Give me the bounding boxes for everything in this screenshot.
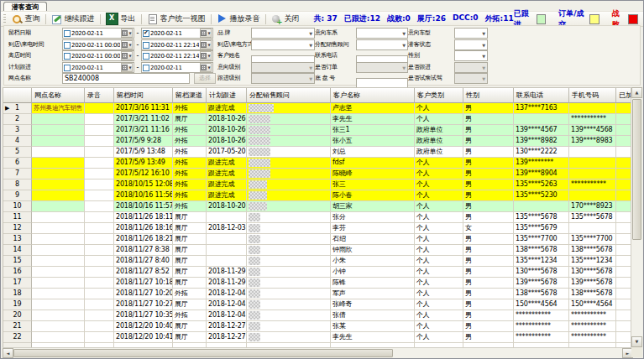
checkbox[interactable] <box>143 42 149 49</box>
filter-b-row4-select[interactable] <box>251 62 315 73</box>
cell-channel[interactable]: 外拓 <box>173 310 207 321</box>
cell-time[interactable]: 2017/5/9 9:28 <box>114 136 173 147</box>
checkbox[interactable] <box>64 65 71 71</box>
cell-name[interactable]: 陈晓峰 <box>331 169 415 180</box>
cell-channel[interactable]: 展厅 <box>173 114 207 125</box>
vertical-scrollbar[interactable] <box>631 87 642 347</box>
cell-channel[interactable]: 外拓 <box>173 158 207 169</box>
row-header[interactable]: 18 <box>3 289 32 299</box>
cell-consultant[interactable] <box>247 103 331 114</box>
column-header-cat[interactable]: 客户类别 <box>415 88 463 103</box>
cell-cat[interactable]: 个人 <box>415 190 463 201</box>
cell-phone[interactable]: 135****5679 <box>514 223 569 234</box>
toolbar-button-3[interactable]: 导出 <box>103 12 139 26</box>
cell-outlet[interactable] <box>32 223 85 234</box>
filter-b-row5-select[interactable] <box>251 73 315 84</box>
cell-name[interactable]: 张分 <box>331 212 415 223</box>
row-header[interactable]: 11 <box>3 212 32 223</box>
cell-time[interactable]: 2018/11/27 10:20 <box>114 289 173 299</box>
cell-phone[interactable] <box>514 114 569 125</box>
cell-outlet[interactable] <box>32 180 85 190</box>
cell-time[interactable]: 2018/11/26 18:11 <box>114 212 173 223</box>
cell-cat[interactable]: 政府单位 <box>415 147 463 158</box>
cell-outlet[interactable] <box>32 147 85 158</box>
cell-name[interactable]: 李芬 <box>331 223 415 234</box>
cell-gender[interactable]: 女 <box>463 223 514 234</box>
cell-channel[interactable]: 外拓 <box>173 103 207 114</box>
cell-mobile[interactable]: *********** <box>569 114 616 125</box>
row-header[interactable]: 20 <box>3 310 32 321</box>
cell-time[interactable]: 2018/12/20 10:40 <box>114 321 173 332</box>
filter-c-row2-select[interactable] <box>356 39 408 50</box>
cell-time[interactable]: 2018/11/26 18:16 <box>114 223 173 234</box>
vertical-scroll-thumb[interactable] <box>632 99 641 240</box>
cell-name[interactable]: 陈锋 <box>331 278 415 289</box>
cell-cat[interactable]: 个人 <box>415 212 463 223</box>
cell-plan[interactable]: 2018-12-04 <box>207 299 247 310</box>
cell-consultant[interactable] <box>247 256 331 267</box>
cell-mobile[interactable]: 138****5678 <box>569 289 616 299</box>
cell-plan[interactable] <box>207 212 247 223</box>
column-header-outlet[interactable]: 网点名称 <box>32 88 85 103</box>
calendar-dropdown-icon[interactable] <box>121 63 133 72</box>
toolbar-button-1[interactable]: 查询 <box>9 13 43 25</box>
cell-record[interactable] <box>85 212 114 223</box>
cell-cat[interactable]: 个人 <box>415 180 463 190</box>
row-header[interactable]: 14 <box>3 245 32 256</box>
cell-mobile[interactable]: *********** <box>569 332 616 343</box>
cell-phone[interactable]: 135****5230 <box>514 190 569 201</box>
cell-mobile[interactable] <box>569 147 616 158</box>
cell-gender[interactable]: 男 <box>463 136 514 147</box>
cell-mobile[interactable]: 150****4564 <box>569 299 616 310</box>
checkbox[interactable] <box>64 30 71 37</box>
cell-plan[interactable]: 跟进完成 <box>207 169 247 180</box>
cell-cat[interactable]: 个人 <box>415 289 463 299</box>
filter-c-row4-select[interactable] <box>356 62 408 73</box>
grid-corner-cell[interactable] <box>3 88 32 103</box>
cell-time[interactable]: 2018/11/27 10:18 <box>114 278 173 289</box>
cell-record[interactable] <box>85 158 114 169</box>
cell-mobile[interactable]: 135****1234 <box>569 256 616 267</box>
cell-cat[interactable]: 个人 <box>415 158 463 169</box>
filter-d-row2-select[interactable] <box>454 39 488 50</box>
cell-plan[interactable]: 跟进完成 <box>207 190 247 201</box>
cell-outlet[interactable] <box>32 245 85 256</box>
cell-phone[interactable]: 139****8904 <box>514 169 569 180</box>
cell-name[interactable]: 卢志坚 <box>331 103 415 114</box>
cell-gender[interactable]: 男 <box>463 212 514 223</box>
cell-cat[interactable]: 个人 <box>415 310 463 321</box>
cell-mobile[interactable]: *********** <box>569 180 616 190</box>
calendar-dropdown-icon[interactable] <box>121 51 133 60</box>
checkbox[interactable] <box>64 53 71 60</box>
row-header[interactable]: 10 <box>3 201 32 212</box>
cell-cat[interactable]: 个人 <box>415 223 463 234</box>
filter-b-row2-select[interactable] <box>251 39 315 50</box>
cell-channel[interactable]: 展厅 <box>173 321 207 332</box>
column-header-phone[interactable]: 联系电话 <box>514 88 569 103</box>
cell-time[interactable]: 2017/5/9 13:48 <box>114 147 173 158</box>
row-header[interactable]: 3 <box>3 125 32 136</box>
cell-channel[interactable]: 外拓 <box>173 136 207 147</box>
cell-name[interactable]: 小朱 <box>331 256 415 267</box>
cell-channel[interactable]: 展厅 <box>173 234 207 245</box>
cell-phone[interactable]: 130****5678 <box>514 267 569 278</box>
cell-consultant[interactable] <box>247 125 331 136</box>
filter-b-row1-select[interactable] <box>251 28 315 39</box>
cell-phone[interactable]: 130****2222 <box>514 147 569 158</box>
cell-plan[interactable]: 跟进完成 <box>207 180 247 190</box>
site-name-input[interactable] <box>62 73 190 84</box>
cell-plan[interactable]: 2018-12-03 <box>207 223 247 234</box>
filter-d-row1-select[interactable] <box>454 28 488 39</box>
cell-record[interactable] <box>85 223 114 234</box>
cell-channel[interactable]: 展厅 <box>173 267 207 278</box>
cell-record[interactable] <box>85 299 114 310</box>
cell-plan[interactable] <box>207 245 247 256</box>
cell-plan[interactable]: 2017-05-20 <box>207 147 247 158</box>
cell-time[interactable]: 2018/12/20 10:41 <box>114 332 173 343</box>
row-header[interactable]: 7 <box>3 169 32 180</box>
row-header[interactable]: 9 <box>3 190 32 201</box>
cell-outlet[interactable] <box>32 289 85 299</box>
cell-time[interactable]: 2018/11/27 8:40 <box>114 256 173 267</box>
cell-cat[interactable]: 个人 <box>415 103 463 114</box>
cell-cat[interactable]: 个人 <box>415 234 463 245</box>
